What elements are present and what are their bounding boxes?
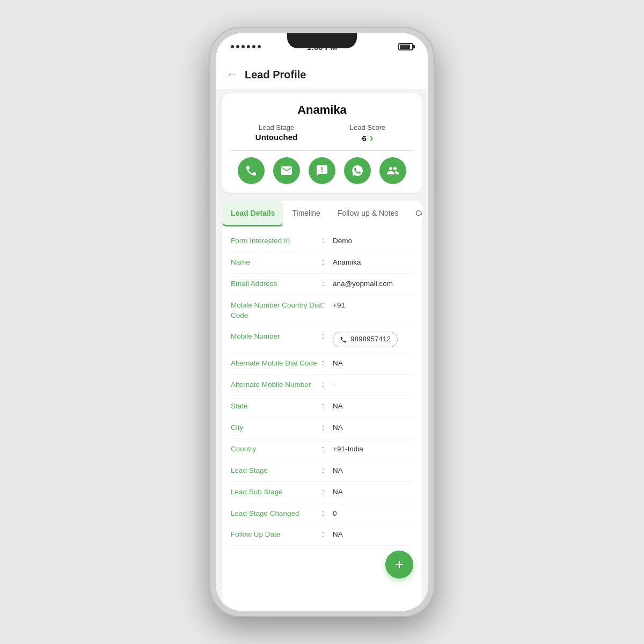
detail-row-email: Email Address : ana@yopmail.com	[231, 274, 413, 295]
detail-sep: :	[322, 466, 333, 474]
tabs-row: Lead Details Timeline Follow up & Notes …	[222, 201, 422, 226]
detail-sep: :	[322, 487, 333, 496]
detail-sep: :	[322, 301, 333, 309]
detail-value-state: NA	[333, 401, 413, 412]
detail-sep: :	[322, 423, 333, 431]
battery-icon	[398, 43, 413, 50]
detail-label-lead-stage-changed: Lead Stage Changed	[231, 509, 322, 519]
detail-label-mobile-country: Mobile Number Country Dial Code	[231, 301, 322, 321]
detail-value-name: Anamika	[333, 258, 413, 268]
detail-value-form-interested: Demo	[333, 236, 413, 246]
detail-row-alt-mobile: Alternate Mobile Number : -	[231, 375, 413, 396]
fab-button[interactable]: +	[385, 551, 413, 579]
detail-row-lead-sub-stage: Lead Sub Stage : NA	[231, 482, 413, 503]
lead-score-stat: Lead Score 6 ›	[322, 123, 413, 144]
profile-card: Anamika Lead Stage Untouched Lead Score …	[222, 93, 422, 193]
back-button[interactable]: ←	[226, 68, 238, 82]
tab-timeline[interactable]: Timeline	[283, 201, 328, 226]
divider	[231, 150, 413, 151]
detail-row-state: State : NA	[231, 396, 413, 418]
detail-label-state: State	[231, 401, 322, 412]
detail-sep: :	[322, 258, 333, 266]
app-header: ← Lead Profile	[216, 60, 428, 89]
detail-label-follow-up-date: Follow Up Date	[231, 530, 322, 540]
detail-value-country: +91-India	[333, 444, 413, 455]
detail-label-mobile-number: Mobile Number	[231, 332, 322, 342]
detail-value-alt-mobile: -	[333, 380, 413, 390]
detail-row-follow-up-date: Follow Up Date : NA	[231, 524, 413, 546]
whatsapp-action-button[interactable]	[344, 157, 371, 184]
lead-stage-label: Lead Stage	[231, 123, 322, 131]
battery-fill	[400, 45, 410, 49]
detail-label-country: Country	[231, 444, 322, 455]
action-icons-row	[231, 157, 413, 184]
detail-value-follow-up-date: NA	[333, 530, 413, 540]
tab-communications[interactable]: Commun...	[407, 201, 422, 226]
detail-value-lead-stage-changed: 0	[333, 509, 413, 519]
lead-stage-stat: Lead Stage Untouched	[231, 123, 322, 144]
detail-row-city: City : NA	[231, 418, 413, 439]
detail-label-lead-sub-stage: Lead Sub Stage	[231, 487, 322, 497]
detail-sep: :	[322, 332, 333, 340]
tab-followup-notes[interactable]: Follow up & Notes	[329, 201, 407, 226]
detail-sep: :	[322, 509, 333, 517]
lead-stats: Lead Stage Untouched Lead Score 6 ›	[231, 123, 413, 144]
detail-sep: :	[322, 279, 333, 288]
detail-row-mobile-number: Mobile Number : 9898957412	[231, 326, 413, 353]
detail-sep: :	[322, 380, 333, 389]
detail-sep: :	[322, 401, 333, 410]
page-title: Lead Profile	[245, 69, 306, 81]
fab-plus-icon: +	[395, 557, 404, 572]
detail-row-form-interested: Form Interested In : Demo	[231, 231, 413, 252]
lead-stage-value: Untouched	[231, 133, 322, 142]
battery-indicator	[398, 43, 413, 50]
transfer-action-button[interactable]	[379, 157, 406, 184]
detail-row-name: Name : Anamika	[231, 252, 413, 274]
detail-value-lead-stage: NA	[333, 466, 413, 476]
detail-label-alt-dial-code: Alternate Mobile Dial Code	[231, 358, 322, 369]
detail-sep: :	[322, 530, 333, 538]
phone-device: 1:30 PM ← Lead Profile Anamika Lead Stag…	[209, 27, 435, 617]
phone-notch	[287, 33, 357, 48]
detail-row-country: Country : +91-India	[231, 439, 413, 460]
detail-sep: :	[322, 444, 333, 453]
lead-score-label: Lead Score	[322, 123, 413, 131]
signal-dots	[231, 45, 261, 48]
detail-value-alt-dial-code: NA	[333, 358, 413, 369]
detail-label-city: City	[231, 423, 322, 433]
email-action-button[interactable]	[273, 157, 300, 184]
sms-action-button[interactable]	[309, 157, 335, 184]
detail-label-email: Email Address	[231, 279, 322, 289]
detail-row-alt-dial-code: Alternate Mobile Dial Code : NA	[231, 353, 413, 375]
call-action-button[interactable]	[238, 157, 265, 184]
detail-value-mobile-country: +91	[333, 301, 413, 311]
detail-value-mobile-number[interactable]: 9898957412	[333, 332, 413, 347]
detail-value-city: NA	[333, 423, 413, 433]
detail-label-name: Name	[231, 258, 322, 268]
detail-label-alt-mobile: Alternate Mobile Number	[231, 380, 322, 390]
detail-value-lead-sub-stage: NA	[333, 487, 413, 497]
detail-row-lead-stage: Lead Stage : NA	[231, 460, 413, 482]
phone-screen: 1:30 PM ← Lead Profile Anamika Lead Stag…	[216, 33, 428, 611]
tabs-container: Lead Details Timeline Follow up & Notes …	[222, 201, 422, 226]
lead-score-value: 6	[362, 134, 366, 143]
detail-row-lead-stage-changed: Lead Stage Changed : 0	[231, 503, 413, 525]
profile-name: Anamika	[231, 103, 413, 117]
detail-value-email: ana@yopmail.com	[333, 279, 413, 289]
lead-score-row: 6 ›	[322, 131, 413, 144]
detail-row-mobile-country: Mobile Number Country Dial Code : +91	[231, 295, 413, 327]
detail-label-lead-stage: Lead Stage	[231, 466, 322, 476]
chevron-right-icon[interactable]: ›	[370, 131, 374, 144]
detail-label-form-interested: Form Interested In	[231, 236, 322, 246]
detail-sep: :	[322, 236, 333, 245]
phone-badge[interactable]: 9898957412	[333, 332, 398, 347]
detail-sep: :	[322, 358, 333, 367]
tab-lead-details[interactable]: Lead Details	[222, 201, 283, 226]
